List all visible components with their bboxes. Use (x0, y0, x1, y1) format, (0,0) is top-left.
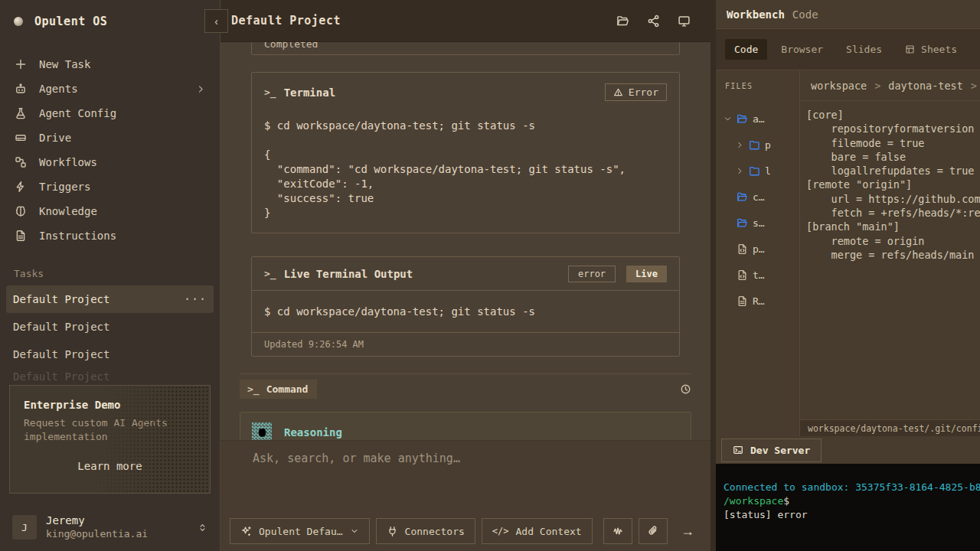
user-email: king@opulentia.ai (46, 527, 148, 540)
command-chip[interactable]: >_ Command (240, 380, 317, 399)
live-terminal-updated: Updated 9:26:54 AM (252, 333, 679, 356)
tasks-list: Default Project···Default ProjectDefault… (0, 285, 220, 385)
tree-item-r[interactable]: R… (716, 288, 799, 314)
chevron-down-icon (350, 527, 359, 536)
user-profile[interactable]: J Jeremy king@opulentia.ai (0, 504, 220, 551)
task-item[interactable]: Default Project (0, 341, 220, 368)
tree-item-label: p… (753, 243, 765, 255)
code-content: [core] repositoryformatversion = filemod… (800, 101, 980, 419)
breadcrumb-item[interactable]: workspace (811, 80, 867, 92)
sidebar-item-label: Drive (39, 132, 71, 144)
tree-item-a[interactable]: a… (716, 106, 799, 132)
terminal-card-title: Terminal (284, 86, 335, 99)
file-code-icon (737, 243, 748, 255)
sidebar-item-label: Knowledge (39, 205, 97, 217)
tree-item-p[interactable]: p (716, 132, 799, 158)
chat-scroll-area: Completed >_ Terminal Error $ cd workspa… (220, 42, 710, 440)
terminal-prompt-icon: >_ (247, 383, 260, 395)
plus-icon (14, 58, 27, 70)
file-tree: a…plc…s…p…t…R… (716, 101, 799, 318)
sidebar-item-new-task[interactable]: New Task (0, 52, 220, 77)
dev-server-terminal: Connected to sandbox: 35375f33-8164-4825… (716, 464, 980, 551)
workbench-body: FILES a…plc…s…p…t…R… workspace>daytona-t… (716, 70, 980, 436)
send-button[interactable]: → (674, 518, 701, 544)
task-label: Default Project (13, 293, 109, 305)
live-status-badge: Live (626, 266, 667, 282)
file-doc-icon (737, 295, 748, 307)
code-icon: </> (492, 526, 509, 536)
sidebar-item-knowledge[interactable]: Knowledge (0, 199, 220, 223)
connectors-button[interactable]: Connectors (376, 518, 475, 544)
live-terminal-command: $ cd workspace/daytona-test; git status … (252, 291, 679, 333)
breadcrumb-separator: > (971, 80, 977, 92)
workbench-tabs: CodeBrowserSlidesSheetsMediaD (716, 29, 980, 70)
live-terminal-header: >_ Live Terminal Output error Live (252, 257, 679, 291)
task-item[interactable]: Default Project (0, 313, 220, 341)
chevron-updown-icon[interactable] (198, 522, 207, 533)
voice-waveform-button[interactable] (603, 518, 632, 544)
monitor-icon[interactable] (678, 15, 691, 28)
folder-icon[interactable] (616, 15, 629, 28)
tree-item-l[interactable]: l (716, 158, 799, 184)
live-terminal-title: Live Terminal Output (284, 268, 413, 280)
page-title: Default Project (231, 14, 341, 28)
workbench-subtitle: Code (792, 8, 818, 21)
dev-server-tab[interactable]: Dev Server (721, 439, 822, 462)
file-text-icon (14, 230, 27, 242)
tab-media[interactable]: Media (971, 39, 980, 60)
chevron-right-icon[interactable] (736, 141, 744, 149)
model-selector-button[interactable]: Opulent Defau… (230, 518, 370, 544)
tab-label: Slides (846, 44, 882, 55)
bot-icon (14, 83, 27, 95)
sidebar-item-label: New Task (39, 58, 90, 70)
brand-name: Opulent OS (34, 15, 107, 28)
chevron-right-icon[interactable] (736, 167, 744, 175)
folder-icon (749, 139, 760, 151)
task-item[interactable]: Default Project (0, 368, 220, 385)
sidebar-item-label: Triggers (39, 181, 90, 193)
task-item[interactable]: Default Project··· (6, 285, 214, 313)
tree-item-c[interactable]: c… (716, 184, 799, 210)
tab-slides[interactable]: Slides (837, 39, 891, 60)
sidebar-item-agent-config[interactable]: Agent Config (0, 101, 220, 126)
sidebar-collapse-button[interactable]: ‹ (204, 9, 228, 33)
workbench-title: Workbench (727, 8, 785, 21)
tree-item-p[interactable]: p… (716, 236, 799, 262)
command-section: >_ Command (240, 380, 691, 399)
app-window: Opulent OS New TaskAgentsAgent ConfigDri… (0, 0, 980, 551)
sidebar-item-drive[interactable]: Drive (0, 126, 220, 150)
folder-open-icon (737, 113, 748, 125)
tree-item-t[interactable]: t… (716, 262, 799, 288)
sidebar-item-label: Workflows (39, 156, 97, 168)
task-menu-icon[interactable]: ··· (184, 292, 207, 306)
sidebar-item-instructions[interactable]: Instructions (0, 223, 220, 248)
tab-code[interactable]: Code (725, 39, 767, 60)
share-icon[interactable] (647, 15, 660, 28)
learn-more-button[interactable]: Learn more (24, 460, 196, 472)
attachment-button[interactable] (639, 518, 668, 544)
sidebar-item-triggers[interactable]: Triggers (0, 174, 220, 199)
completed-card: Completed (251, 42, 680, 55)
model-selector-label: Opulent Defau… (259, 526, 343, 537)
tab-sheets[interactable]: Sheets (896, 39, 966, 60)
tree-item-s[interactable]: s… (716, 210, 799, 236)
add-context-label: Add Context (516, 526, 582, 537)
ask-input[interactable] (253, 452, 695, 507)
section-divider (240, 373, 691, 374)
tab-label: Browser (781, 44, 823, 55)
connectors-label: Connectors (405, 526, 465, 537)
reasoning-header[interactable]: Reasoning (252, 422, 679, 440)
add-context-button[interactable]: </> Add Context (482, 518, 593, 544)
breadcrumb-item[interactable]: daytona-test (888, 80, 963, 92)
sidebar-item-workflows[interactable]: Workflows (0, 150, 220, 174)
chevron-down-icon[interactable] (724, 115, 732, 123)
user-info: Jeremy king@opulentia.ai (46, 514, 148, 540)
task-label: Default Project (13, 370, 109, 383)
brain-icon (14, 205, 27, 217)
tab-browser[interactable]: Browser (772, 39, 832, 60)
sidebar-item-agents[interactable]: Agents (0, 77, 220, 101)
chevron-right-icon (196, 84, 206, 94)
tab-label: Sheets (921, 44, 957, 55)
tree-item-label: t… (753, 269, 765, 281)
terminal-card: >_ Terminal Error $ cd workspace/daytona… (251, 72, 680, 233)
